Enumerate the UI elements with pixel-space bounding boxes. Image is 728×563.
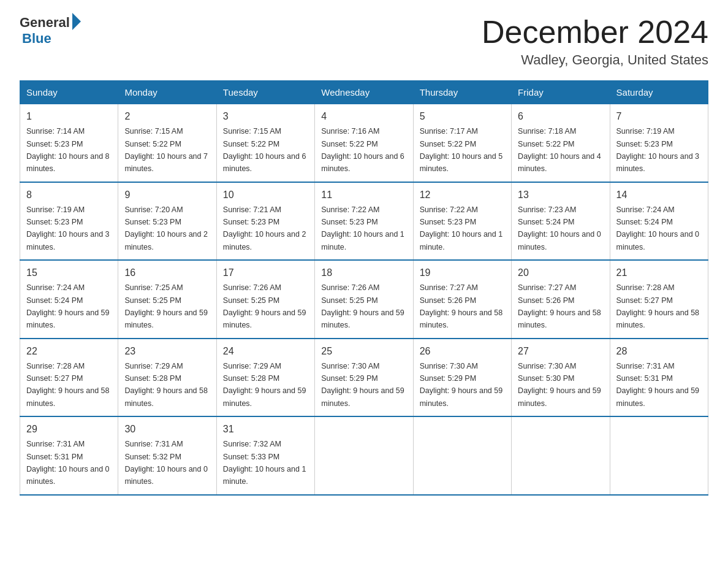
- calendar-day-cell: 2 Sunrise: 7:15 AMSunset: 5:22 PMDayligh…: [118, 104, 216, 182]
- day-info: Sunrise: 7:24 AMSunset: 5:24 PMDaylight:…: [26, 283, 110, 329]
- logo-arrow-icon: [72, 13, 81, 30]
- day-info: Sunrise: 7:19 AMSunset: 5:23 PMDaylight:…: [616, 127, 700, 173]
- calendar-week-row: 1 Sunrise: 7:14 AMSunset: 5:23 PMDayligh…: [20, 104, 708, 182]
- day-number: 23: [124, 344, 210, 359]
- day-number: 26: [420, 344, 505, 359]
- day-of-week-header: Friday: [512, 81, 610, 104]
- calendar-day-cell: 23 Sunrise: 7:29 AMSunset: 5:28 PMDaylig…: [118, 339, 216, 417]
- day-info: Sunrise: 7:26 AMSunset: 5:25 PMDaylight:…: [321, 283, 404, 329]
- day-number: 14: [616, 188, 702, 202]
- calendar-week-row: 15 Sunrise: 7:24 AMSunset: 5:24 PMDaylig…: [20, 260, 708, 339]
- day-number: 28: [616, 344, 702, 359]
- calendar-day-cell: 28 Sunrise: 7:31 AMSunset: 5:31 PMDaylig…: [610, 339, 708, 417]
- day-info: Sunrise: 7:31 AMSunset: 5:31 PMDaylight:…: [26, 440, 110, 486]
- calendar-day-cell: 25 Sunrise: 7:30 AMSunset: 5:29 PMDaylig…: [315, 339, 413, 417]
- day-info: Sunrise: 7:22 AMSunset: 5:23 PMDaylight:…: [420, 205, 503, 251]
- day-info: Sunrise: 7:14 AMSunset: 5:23 PMDaylight:…: [26, 127, 110, 173]
- day-number: 29: [26, 422, 112, 437]
- day-number: 25: [321, 344, 406, 359]
- day-number: 30: [124, 422, 210, 437]
- calendar-day-cell: 19 Sunrise: 7:27 AMSunset: 5:26 PMDaylig…: [413, 260, 511, 339]
- calendar-day-cell: 21 Sunrise: 7:28 AMSunset: 5:27 PMDaylig…: [610, 260, 708, 339]
- day-info: Sunrise: 7:26 AMSunset: 5:25 PMDaylight:…: [223, 283, 306, 329]
- day-number: 21: [616, 266, 702, 280]
- day-info: Sunrise: 7:20 AMSunset: 5:23 PMDaylight:…: [124, 205, 208, 251]
- calendar-day-cell: 11 Sunrise: 7:22 AMSunset: 5:23 PMDaylig…: [315, 182, 413, 261]
- calendar-day-cell: 3 Sunrise: 7:15 AMSunset: 5:22 PMDayligh…: [216, 104, 314, 182]
- day-number: 31: [223, 422, 308, 437]
- calendar-day-cell: 17 Sunrise: 7:26 AMSunset: 5:25 PMDaylig…: [216, 260, 314, 339]
- calendar-day-cell: 5 Sunrise: 7:17 AMSunset: 5:22 PMDayligh…: [413, 104, 511, 182]
- day-of-week-header: Saturday: [610, 81, 708, 104]
- calendar-day-cell: 7 Sunrise: 7:19 AMSunset: 5:23 PMDayligh…: [610, 104, 708, 182]
- day-info: Sunrise: 7:29 AMSunset: 5:28 PMDaylight:…: [223, 362, 306, 408]
- calendar-day-cell: 26 Sunrise: 7:30 AMSunset: 5:29 PMDaylig…: [413, 339, 511, 417]
- day-number: 16: [124, 266, 210, 280]
- calendar-day-cell: 6 Sunrise: 7:18 AMSunset: 5:22 PMDayligh…: [512, 104, 610, 182]
- day-number: 24: [223, 344, 308, 359]
- page-header: General Blue December 2024 Wadley, Georg…: [20, 15, 708, 68]
- day-number: 11: [321, 188, 406, 202]
- day-of-week-header: Monday: [118, 81, 216, 104]
- calendar-day-cell: 24 Sunrise: 7:29 AMSunset: 5:28 PMDaylig…: [216, 339, 314, 417]
- day-number: 2: [124, 109, 210, 124]
- day-info: Sunrise: 7:28 AMSunset: 5:27 PMDaylight:…: [616, 283, 700, 329]
- day-number: 20: [518, 266, 603, 280]
- calendar-day-cell: [610, 416, 708, 495]
- day-number: 17: [223, 266, 308, 280]
- day-number: 12: [420, 188, 505, 202]
- day-number: 19: [420, 266, 505, 280]
- calendar-day-cell: 8 Sunrise: 7:19 AMSunset: 5:23 PMDayligh…: [20, 182, 118, 261]
- day-number: 5: [420, 109, 505, 124]
- day-number: 15: [26, 266, 112, 280]
- calendar-day-cell: 10 Sunrise: 7:21 AMSunset: 5:23 PMDaylig…: [216, 182, 314, 261]
- calendar-day-cell: 4 Sunrise: 7:16 AMSunset: 5:22 PMDayligh…: [315, 104, 413, 182]
- calendar-day-cell: [315, 416, 413, 495]
- calendar-day-cell: 29 Sunrise: 7:31 AMSunset: 5:31 PMDaylig…: [20, 416, 118, 495]
- day-info: Sunrise: 7:18 AMSunset: 5:22 PMDaylight:…: [518, 127, 601, 173]
- calendar-day-cell: [512, 416, 610, 495]
- calendar-week-row: 22 Sunrise: 7:28 AMSunset: 5:27 PMDaylig…: [20, 339, 708, 417]
- day-of-week-header: Tuesday: [216, 81, 314, 104]
- day-info: Sunrise: 7:30 AMSunset: 5:29 PMDaylight:…: [321, 362, 404, 408]
- calendar-day-cell: 16 Sunrise: 7:25 AMSunset: 5:25 PMDaylig…: [118, 260, 216, 339]
- calendar-day-cell: 12 Sunrise: 7:22 AMSunset: 5:23 PMDaylig…: [413, 182, 511, 261]
- calendar-day-cell: 30 Sunrise: 7:31 AMSunset: 5:32 PMDaylig…: [118, 416, 216, 495]
- day-info: Sunrise: 7:31 AMSunset: 5:32 PMDaylight:…: [124, 440, 208, 486]
- location-title: Wadley, Georgia, United States: [482, 52, 708, 68]
- logo-general-text: General: [20, 15, 70, 31]
- day-info: Sunrise: 7:27 AMSunset: 5:26 PMDaylight:…: [420, 283, 503, 329]
- calendar-day-cell: 18 Sunrise: 7:26 AMSunset: 5:25 PMDaylig…: [315, 260, 413, 339]
- calendar-day-cell: 20 Sunrise: 7:27 AMSunset: 5:26 PMDaylig…: [512, 260, 610, 339]
- day-info: Sunrise: 7:22 AMSunset: 5:23 PMDaylight:…: [321, 205, 404, 251]
- day-number: 3: [223, 109, 308, 124]
- day-of-week-header: Thursday: [413, 81, 511, 104]
- day-info: Sunrise: 7:23 AMSunset: 5:24 PMDaylight:…: [518, 205, 601, 251]
- day-number: 18: [321, 266, 406, 280]
- day-number: 22: [26, 344, 112, 359]
- calendar-day-cell: 31 Sunrise: 7:32 AMSunset: 5:33 PMDaylig…: [216, 416, 314, 495]
- calendar-week-row: 29 Sunrise: 7:31 AMSunset: 5:31 PMDaylig…: [20, 416, 708, 495]
- calendar-day-cell: [413, 416, 511, 495]
- calendar-day-cell: 22 Sunrise: 7:28 AMSunset: 5:27 PMDaylig…: [20, 339, 118, 417]
- calendar-week-row: 8 Sunrise: 7:19 AMSunset: 5:23 PMDayligh…: [20, 182, 708, 261]
- calendar-day-cell: 15 Sunrise: 7:24 AMSunset: 5:24 PMDaylig…: [20, 260, 118, 339]
- day-info: Sunrise: 7:16 AMSunset: 5:22 PMDaylight:…: [321, 127, 404, 173]
- title-block: December 2024 Wadley, Georgia, United St…: [482, 15, 708, 68]
- day-of-week-header: Wednesday: [315, 81, 413, 104]
- calendar-header-row: SundayMondayTuesdayWednesdayThursdayFrid…: [20, 81, 708, 104]
- logo-blue-text: Blue: [22, 31, 51, 47]
- day-info: Sunrise: 7:30 AMSunset: 5:29 PMDaylight:…: [420, 362, 503, 408]
- day-number: 4: [321, 109, 406, 124]
- calendar-table: SundayMondayTuesdayWednesdayThursdayFrid…: [20, 80, 708, 496]
- month-title: December 2024: [482, 15, 708, 50]
- day-info: Sunrise: 7:28 AMSunset: 5:27 PMDaylight:…: [26, 362, 110, 408]
- day-info: Sunrise: 7:32 AMSunset: 5:33 PMDaylight:…: [223, 440, 306, 486]
- day-number: 10: [223, 188, 308, 202]
- calendar-day-cell: 27 Sunrise: 7:30 AMSunset: 5:30 PMDaylig…: [512, 339, 610, 417]
- day-info: Sunrise: 7:30 AMSunset: 5:30 PMDaylight:…: [518, 362, 601, 408]
- calendar-day-cell: 9 Sunrise: 7:20 AMSunset: 5:23 PMDayligh…: [118, 182, 216, 261]
- day-info: Sunrise: 7:15 AMSunset: 5:22 PMDaylight:…: [124, 127, 208, 173]
- day-number: 7: [616, 109, 702, 124]
- calendar-day-cell: 13 Sunrise: 7:23 AMSunset: 5:24 PMDaylig…: [512, 182, 610, 261]
